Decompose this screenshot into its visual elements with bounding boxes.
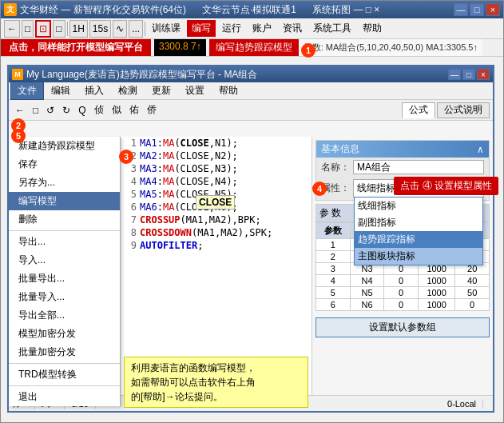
table-cell: 0	[455, 299, 490, 311]
toolbar-back[interactable]: ←	[12, 102, 28, 118]
exit-item[interactable]: 退出	[9, 388, 120, 406]
name-label: 名称：	[321, 161, 353, 174]
formula-tab[interactable]: 公式	[402, 102, 435, 118]
name-input[interactable]	[353, 160, 484, 174]
save-item[interactable]: 保存	[9, 155, 120, 174]
edit-menu[interactable]: 编辑	[44, 82, 77, 100]
write-model-label: 编写趋势跟踪模型	[209, 39, 299, 56]
wave-button[interactable]: ∿	[113, 20, 127, 38]
open-platform-button[interactable]: 点击，同样能打开模型编写平台	[1, 39, 151, 56]
server-status: 0-Local	[447, 399, 483, 409]
annotation-5: 5	[11, 129, 26, 143]
inner-title-bar: M My Language(麦语言)趋势跟踪模型编写平台 - MA组合 — □ …	[9, 66, 493, 82]
chart-button[interactable]: ⊡	[35, 20, 51, 38]
run-menu[interactable]: 运行	[217, 20, 246, 37]
table-cell: 1000	[418, 299, 454, 311]
inner-app-icon: M	[12, 69, 23, 80]
inner-help-menu[interactable]: 帮助	[212, 82, 245, 100]
set-default-params-button[interactable]: 设置默认参数组	[315, 317, 490, 337]
maximize-button[interactable]: □	[470, 3, 484, 16]
toolbar-search[interactable]: Q	[75, 102, 89, 118]
basic-info-title: 基本信息 ∧	[316, 141, 489, 158]
batch-import-item[interactable]: 批量导入...	[9, 288, 120, 306]
import-item[interactable]: 导入...	[9, 251, 120, 269]
option-line-indicator[interactable]: 线细指标	[355, 198, 482, 214]
table-cell: N5	[350, 287, 384, 299]
code-line-4: 4 MA4:MA(CLOSE,N4);	[121, 175, 312, 188]
close-button[interactable]: ×	[486, 3, 500, 16]
file-menu[interactable]: 文件	[10, 82, 44, 100]
encrypt-item[interactable]: 模型加密分发	[9, 325, 120, 343]
code-line-2: 2 MA2:MA(CLOSE,N2);	[121, 150, 312, 162]
option-sub-indicator[interactable]: 副图指标	[355, 214, 482, 231]
new-model-item[interactable]: 新建趋势跟踪模型	[9, 137, 120, 155]
batch-export-item[interactable]: 批量导出...	[9, 269, 120, 288]
formula-desc-tab[interactable]: 公式说明	[437, 102, 490, 118]
toolbar-apply[interactable]: 佑	[126, 102, 142, 118]
account-menu[interactable]: 账户	[248, 20, 276, 37]
table-cell: 4	[316, 275, 351, 287]
code-line-8: 8 CROSSDOWN(MA1,MA2),SPK;	[121, 226, 312, 239]
main-toolbar: ← □ ⊡ □ 1H 15s ∿ ... 训练课 编写 运行 账户 资讯 系统工…	[1, 18, 503, 39]
grid-button[interactable]: □	[22, 20, 34, 38]
file-dropdown-menu: 新建趋势跟踪模型 保存 另存为... 编写模型 删除 导出... 导入... 批…	[9, 137, 121, 406]
code-line-1: 1 MA1:MA(CLOSE,N1);	[121, 137, 312, 150]
1h-button[interactable]: 1H	[69, 20, 88, 38]
delete-item[interactable]: 删除	[9, 210, 120, 229]
minimize-button[interactable]: —	[454, 3, 468, 16]
table-cell: N4	[350, 275, 384, 287]
toolbar-stop[interactable]: 侨	[144, 102, 160, 118]
toolbar-redo[interactable]: ↻	[59, 102, 73, 118]
export-item[interactable]: 导出...	[9, 233, 120, 251]
15s-button[interactable]: 15s	[89, 20, 111, 38]
inner-minimize-button[interactable]: —	[448, 69, 461, 80]
table-cell: 6	[316, 299, 351, 311]
help-menu[interactable]: 帮助	[358, 20, 387, 37]
info-menu[interactable]: 资讯	[278, 20, 307, 37]
table-cell: 50	[455, 287, 490, 299]
name-row: 名称：	[316, 158, 489, 177]
insert-menu[interactable]: 插入	[77, 82, 111, 100]
batch-encrypt-item[interactable]: 批量加密分发	[9, 343, 120, 361]
toolbar-run[interactable]: 侦	[91, 102, 107, 118]
write-menu[interactable]: 编写	[187, 20, 216, 37]
table-cell: 5	[316, 287, 351, 299]
code-editor[interactable]: 1 MA1:MA(CLOSE,N1); 2 MA2:MA(CLOSE,N2); …	[121, 137, 312, 411]
table-row: 4N40100040	[316, 275, 490, 287]
outer-title-bar: 文 文华财经 — 薪智程序化交易软件(64位) 文华云节点·模拟联通1 系统拓图…	[1, 1, 503, 18]
inner-title-controls: — □ ×	[448, 69, 490, 80]
option-main-indicator[interactable]: 主图板块指标	[355, 248, 482, 265]
toolbar-undo[interactable]: ↺	[43, 102, 58, 118]
update-menu[interactable]: 更新	[145, 82, 178, 100]
training-menu[interactable]: 训练课	[147, 20, 185, 37]
toolbar-test[interactable]: 似	[109, 102, 125, 118]
write-model-item[interactable]: 编写模型	[9, 192, 120, 210]
inner-maximize-button[interactable]: □	[462, 69, 475, 80]
menu-sep-1	[9, 230, 120, 231]
inner-close-button[interactable]: ×	[477, 69, 490, 80]
check-menu[interactable]: 检测	[111, 82, 145, 100]
table-cell: 0	[384, 287, 419, 299]
menu-sep-2	[9, 363, 120, 364]
table-cell: 0	[384, 299, 419, 311]
system-menu[interactable]: 系统工具	[308, 20, 356, 37]
table-cell: 1000	[418, 275, 454, 287]
back-button[interactable]: ←	[4, 20, 20, 38]
table-row: 6N6010000	[316, 299, 490, 311]
more-button[interactable]: ...	[129, 20, 143, 38]
settings-menu[interactable]: 设置	[178, 82, 212, 100]
option-trend-indicator[interactable]: 趋势跟踪指标	[355, 231, 482, 248]
outer-window: 文 文华财经 — 薪智程序化交易软件(64位) 文华云节点·模拟联通1 系统拓图…	[0, 0, 504, 423]
close-text-overlay: CLOSE	[196, 195, 235, 210]
page-button[interactable]: □	[53, 20, 65, 38]
export-all-item[interactable]: 导出全部...	[9, 306, 120, 325]
inner-menu-bar: 文件 编辑 插入 检测 更新 设置 帮助	[9, 82, 493, 100]
outer-title-text: 文华财经 — 薪智程序化交易软件(64位) 文华云节点·模拟联通1 系统拓图 —…	[20, 3, 454, 17]
toolbar-copy[interactable]: □	[30, 102, 42, 118]
trd-convert-item[interactable]: TRD模型转换	[9, 365, 120, 384]
separator-1	[67, 22, 68, 36]
code-line-7: 7 CROSSUP(MA1,MA2),BPK;	[121, 213, 312, 226]
save-as-item[interactable]: 另存为...	[9, 174, 120, 192]
code-line-9: 9 AUTOFILTER;	[121, 239, 312, 252]
table-cell: 1	[316, 239, 351, 251]
